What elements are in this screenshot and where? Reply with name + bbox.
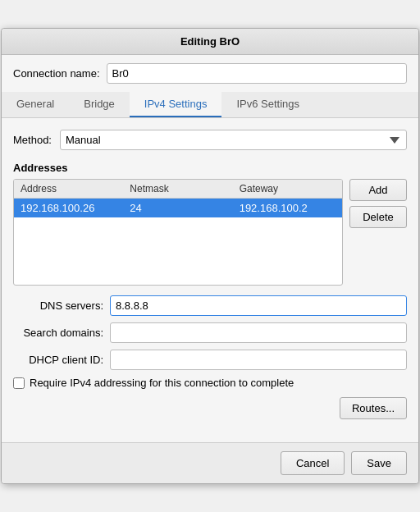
dns-servers-label: DNS servers:: [13, 299, 103, 312]
addresses-section: Addresses Address Netmask Gateway 192.16…: [13, 162, 407, 286]
dns-servers-row: DNS servers:: [13, 295, 407, 316]
col-address: Address: [14, 180, 123, 198]
delete-button[interactable]: Delete: [349, 206, 407, 228]
dhcp-client-id-row: DHCP client ID:: [13, 350, 407, 370]
tab-general[interactable]: General: [2, 92, 69, 117]
require-ipv4-label: Require IPv4 addressing for this connect…: [30, 377, 294, 389]
addresses-buttons: Add Delete: [349, 179, 407, 228]
tab-ipv4[interactable]: IPv4 Settings: [130, 92, 222, 117]
dhcp-client-id-label: DHCP client ID:: [13, 354, 103, 366]
method-row: Method: Manual: [13, 130, 407, 150]
dialog-titlebar: Editing BrO: [2, 29, 418, 55]
cell-address: 192.168.100.26: [14, 199, 123, 217]
routes-row: Routes...: [13, 397, 407, 419]
search-domains-row: Search domains:: [13, 322, 407, 343]
dhcp-client-id-input[interactable]: [110, 350, 407, 370]
connection-name-input[interactable]: [107, 63, 407, 84]
dialog-footer: Cancel Save: [2, 442, 418, 483]
col-netmask: Netmask: [123, 180, 232, 198]
connection-name-label: Connection name:: [13, 67, 100, 80]
addresses-table: Address Netmask Gateway 192.168.100.26 2…: [13, 179, 343, 286]
tabs-bar: General Bridge IPv4 Settings IPv6 Settin…: [2, 92, 418, 118]
tab-ipv6[interactable]: IPv6 Settings: [221, 92, 314, 117]
col-gateway: Gateway: [233, 180, 342, 198]
tab-bridge[interactable]: Bridge: [69, 92, 130, 117]
cell-netmask: 24: [123, 199, 232, 217]
search-domains-input[interactable]: [110, 322, 407, 343]
require-ipv4-checkbox[interactable]: [13, 377, 25, 389]
method-label: Method:: [13, 134, 52, 146]
search-domains-label: Search domains:: [13, 327, 103, 339]
tab-content: Method: Manual Addresses Address Netmask…: [2, 118, 418, 442]
table-empty-area: [14, 217, 342, 283]
dns-servers-input[interactable]: [110, 295, 407, 316]
table-header: Address Netmask Gateway: [14, 180, 342, 199]
add-button[interactable]: Add: [349, 179, 407, 201]
addresses-container: Address Netmask Gateway 192.168.100.26 2…: [13, 179, 407, 286]
routes-button[interactable]: Routes...: [340, 397, 407, 419]
cancel-button[interactable]: Cancel: [281, 451, 345, 475]
addresses-title: Addresses: [13, 162, 407, 174]
save-button[interactable]: Save: [351, 451, 407, 475]
require-ipv4-row: Require IPv4 addressing for this connect…: [13, 377, 407, 389]
connection-name-row: Connection name:: [2, 55, 418, 92]
method-select[interactable]: Manual: [60, 130, 407, 150]
table-row[interactable]: 192.168.100.26 24 192.168.100.2: [14, 199, 342, 217]
dialog-title: Editing BrO: [180, 35, 240, 48]
editing-dialog: Editing BrO Connection name: General Bri…: [1, 28, 419, 484]
cell-gateway: 192.168.100.2: [233, 199, 342, 217]
